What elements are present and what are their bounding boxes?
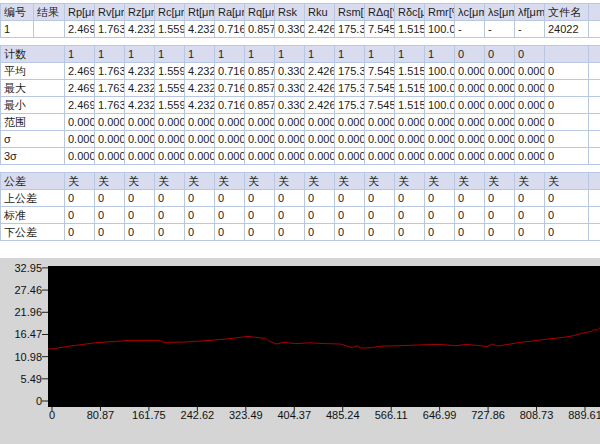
tolerance-cell[interactable]: 关 <box>335 173 365 190</box>
result-cell[interactable]: 1.515 <box>395 21 425 38</box>
tolerance-cell[interactable]: 关 <box>545 173 589 190</box>
tolerance-cell[interactable]: 0 <box>185 224 215 241</box>
tolerance-cell[interactable]: 关 <box>275 173 305 190</box>
tolerance-cell[interactable]: 0 <box>485 224 515 241</box>
tolerance-cell[interactable]: 关 <box>215 173 245 190</box>
tolerance-cell[interactable]: 0 <box>515 190 545 207</box>
tolerance-cell[interactable]: 0 <box>275 190 305 207</box>
tolerance-cell[interactable]: 0 <box>275 207 305 224</box>
tolerance-cell[interactable]: 0 <box>455 224 485 241</box>
tolerance-cell[interactable]: 0 <box>155 190 185 207</box>
tolerance-cell[interactable]: 0 <box>365 207 395 224</box>
column-header[interactable]: Rmr[% <box>425 4 455 21</box>
column-header[interactable]: Ra[μm <box>215 4 245 21</box>
tolerance-cell[interactable]: 关 <box>95 173 125 190</box>
result-cell[interactable]: 0.716 <box>215 21 245 38</box>
tolerance-cell[interactable]: 0 <box>485 207 515 224</box>
result-cell[interactable]: 175.3 <box>335 21 365 38</box>
result-cell[interactable]: 7.545 <box>365 21 395 38</box>
result-cell[interactable]: - <box>455 21 485 38</box>
tolerance-cell[interactable]: 0 <box>65 207 95 224</box>
tolerance-cell[interactable]: 关 <box>155 173 185 190</box>
result-status[interactable] <box>34 21 65 38</box>
result-cell[interactable]: 100.0 <box>425 21 455 38</box>
tolerance-cell[interactable]: 0 <box>65 190 95 207</box>
tolerance-cell[interactable]: 0 <box>125 207 155 224</box>
tolerance-cell[interactable]: 0 <box>95 190 125 207</box>
column-header[interactable]: λs[μm <box>485 4 515 21</box>
column-header[interactable]: λf[μm <box>515 4 545 21</box>
tolerance-cell[interactable]: 0 <box>545 224 589 241</box>
tolerance-cell[interactable]: 0 <box>185 190 215 207</box>
tolerance-cell[interactable]: 0 <box>485 190 515 207</box>
column-header[interactable]: Rsk <box>275 4 305 21</box>
result-cell[interactable]: 1.763 <box>95 21 125 38</box>
tolerance-cell[interactable]: 0 <box>365 190 395 207</box>
tolerance-cell[interactable]: 0 <box>245 224 275 241</box>
tolerance-cell[interactable]: 0 <box>335 207 365 224</box>
result-cell[interactable]: - <box>485 21 515 38</box>
column-header[interactable]: Rsm[μ <box>335 4 365 21</box>
column-header[interactable]: 文件名 <box>545 4 589 21</box>
column-header[interactable]: 编号 <box>1 4 34 21</box>
tolerance-cell[interactable]: 0 <box>305 190 335 207</box>
tolerance-cell[interactable]: 0 <box>155 207 185 224</box>
column-header[interactable]: Rp[μm <box>65 4 95 21</box>
tolerance-cell[interactable]: 关 <box>305 173 335 190</box>
tolerance-cell[interactable]: 0 <box>125 224 155 241</box>
tolerance-cell[interactable]: 0 <box>425 224 455 241</box>
tolerance-cell[interactable]: 0 <box>395 190 425 207</box>
plot-background[interactable] <box>48 266 600 407</box>
tolerance-cell[interactable]: 0 <box>125 190 155 207</box>
tolerance-cell[interactable]: 0 <box>515 207 545 224</box>
tolerance-cell[interactable]: 0 <box>545 190 589 207</box>
tolerance-cell[interactable]: 0 <box>395 224 425 241</box>
result-cell[interactable]: 2.469 <box>65 21 95 38</box>
column-header[interactable]: Rz[μm <box>125 4 155 21</box>
tolerance-cell[interactable]: 关 <box>425 173 455 190</box>
tolerance-cell[interactable]: 0 <box>95 224 125 241</box>
tolerance-cell[interactable]: 关 <box>485 173 515 190</box>
tolerance-cell[interactable]: 关 <box>515 173 545 190</box>
tolerance-cell[interactable]: 0 <box>455 207 485 224</box>
tolerance-cell[interactable]: 0 <box>395 207 425 224</box>
tolerance-cell[interactable]: 0 <box>425 190 455 207</box>
result-file[interactable]: 24022 <box>545 21 589 38</box>
column-header[interactable]: Rv[μm <box>95 4 125 21</box>
tolerance-cell[interactable]: 0 <box>515 224 545 241</box>
tolerance-cell[interactable]: 0 <box>245 190 275 207</box>
result-cell[interactable]: 0.330 <box>275 21 305 38</box>
column-header[interactable]: Rt[μm <box>185 4 215 21</box>
column-header[interactable]: λc[μm <box>455 4 485 21</box>
result-cell[interactable]: 0.857 <box>245 21 275 38</box>
tolerance-cell[interactable]: 关 <box>395 173 425 190</box>
tolerance-cell[interactable]: 0 <box>275 224 305 241</box>
result-cell[interactable]: - <box>515 21 545 38</box>
tolerance-cell[interactable]: 关 <box>185 173 215 190</box>
tolerance-cell[interactable]: 0 <box>95 207 125 224</box>
tolerance-cell[interactable]: 关 <box>65 173 95 190</box>
result-cell[interactable]: 4.232 <box>185 21 215 38</box>
tolerance-cell[interactable]: 0 <box>215 190 245 207</box>
column-header[interactable]: Rc[μm <box>155 4 185 21</box>
column-header[interactable]: Rku <box>305 4 335 21</box>
tolerance-cell[interactable]: 0 <box>185 207 215 224</box>
tolerance-cell[interactable]: 0 <box>215 224 245 241</box>
tolerance-cell[interactable]: 0 <box>425 207 455 224</box>
tolerance-cell[interactable]: 0 <box>305 207 335 224</box>
tolerance-cell[interactable]: 关 <box>125 173 155 190</box>
tolerance-cell[interactable]: 关 <box>455 173 485 190</box>
result-cell[interactable]: 2.426 <box>305 21 335 38</box>
result-cell[interactable]: 1.559 <box>155 21 185 38</box>
tolerance-cell[interactable]: 0 <box>335 190 365 207</box>
tolerance-cell[interactable]: 0 <box>305 224 335 241</box>
tolerance-cell[interactable]: 0 <box>455 190 485 207</box>
tolerance-cell[interactable]: 0 <box>335 224 365 241</box>
result-row-id[interactable]: 1 <box>1 21 34 38</box>
result-cell[interactable]: 4.232 <box>125 21 155 38</box>
tolerance-cell[interactable]: 0 <box>245 207 275 224</box>
column-header[interactable]: 结果 <box>34 4 65 21</box>
tolerance-cell[interactable]: 0 <box>365 224 395 241</box>
tolerance-cell[interactable]: 0 <box>215 207 245 224</box>
tolerance-cell[interactable]: 0 <box>65 224 95 241</box>
